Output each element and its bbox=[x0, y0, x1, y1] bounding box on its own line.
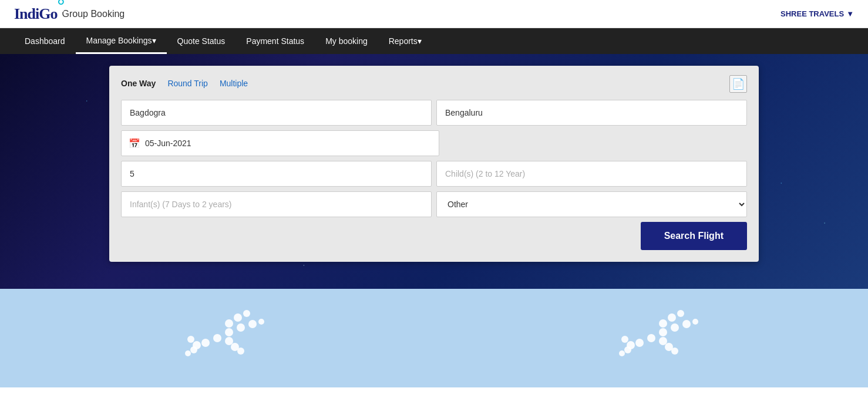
search-flight-button[interactable]: Search Flight bbox=[641, 222, 747, 250]
tab-round-trip[interactable]: Round Trip bbox=[167, 79, 207, 89]
bottom-card-left bbox=[0, 289, 434, 387]
svg-point-5 bbox=[225, 319, 233, 328]
nav-item-dashboard[interactable]: Dashboard bbox=[14, 28, 76, 54]
infants-grouptype-row: Other Corporate Leisure Pilgrimage bbox=[121, 191, 747, 217]
destination-input[interactable] bbox=[436, 100, 747, 126]
svg-point-24 bbox=[659, 337, 667, 345]
infants-input[interactable] bbox=[121, 191, 432, 217]
nav-bar: Dashboard Manage Bookings▾ Quote Status … bbox=[0, 28, 868, 54]
svg-point-4 bbox=[258, 319, 264, 325]
svg-point-23 bbox=[677, 310, 684, 317]
user-label: SHREE TRAVELS bbox=[780, 9, 844, 18]
pdf-download-button[interactable]: 📄 bbox=[729, 75, 747, 93]
user-menu[interactable]: SHREE TRAVELS ▼ bbox=[780, 9, 854, 18]
hero-background: One Way Round Trip Multiple 📄 📅 bbox=[0, 54, 868, 289]
logo-group: Group Booking bbox=[62, 9, 125, 19]
origin-destination-row bbox=[121, 100, 747, 126]
svg-point-1 bbox=[225, 328, 233, 336]
trip-tabs: One Way Round Trip Multiple bbox=[121, 79, 248, 89]
top-bar: IndiGo° Group Booking SHREE TRAVELS ▼ bbox=[0, 0, 868, 28]
svg-point-16 bbox=[647, 334, 655, 342]
date-input[interactable] bbox=[145, 139, 432, 148]
tab-one-way[interactable]: One Way bbox=[121, 79, 156, 89]
date-row: 📅 bbox=[121, 130, 747, 156]
svg-point-15 bbox=[185, 350, 191, 356]
passengers-row bbox=[121, 161, 747, 187]
svg-point-8 bbox=[225, 337, 233, 345]
children-input[interactable] bbox=[436, 161, 747, 187]
bottom-section bbox=[0, 289, 868, 387]
logo-indigo: IndiGo° bbox=[14, 5, 58, 23]
svg-point-27 bbox=[635, 339, 644, 347]
svg-point-2 bbox=[237, 323, 245, 332]
group-type-select[interactable]: Other Corporate Leisure Pilgrimage bbox=[436, 191, 747, 217]
svg-point-0 bbox=[213, 334, 221, 342]
calendar-icon: 📅 bbox=[129, 138, 140, 149]
svg-point-31 bbox=[619, 350, 625, 356]
svg-point-7 bbox=[243, 310, 250, 317]
svg-point-21 bbox=[659, 319, 667, 328]
svg-point-6 bbox=[234, 313, 242, 322]
svg-point-18 bbox=[671, 323, 679, 332]
nav-item-my-booking[interactable]: My booking bbox=[315, 28, 378, 54]
svg-point-30 bbox=[624, 346, 631, 353]
plane-art-right bbox=[598, 303, 704, 373]
svg-point-26 bbox=[671, 348, 678, 355]
user-dropdown-arrow: ▼ bbox=[846, 9, 854, 18]
svg-point-3 bbox=[248, 320, 257, 328]
logo-dot: ° bbox=[58, 5, 65, 12]
origin-input[interactable] bbox=[121, 100, 432, 126]
svg-point-22 bbox=[668, 313, 676, 322]
tab-multiple[interactable]: Multiple bbox=[220, 79, 248, 89]
svg-point-17 bbox=[659, 328, 667, 336]
svg-point-11 bbox=[201, 339, 210, 347]
date-wrapper[interactable]: 📅 bbox=[121, 130, 439, 156]
action-row: Search Flight bbox=[121, 222, 747, 250]
svg-point-20 bbox=[692, 319, 698, 325]
svg-point-13 bbox=[187, 336, 194, 343]
bottom-card-right bbox=[434, 289, 868, 387]
adults-input[interactable] bbox=[121, 161, 432, 187]
nav-item-quote-status[interactable]: Quote Status bbox=[167, 28, 236, 54]
panel-header: One Way Round Trip Multiple 📄 bbox=[121, 75, 747, 93]
svg-point-14 bbox=[190, 346, 197, 353]
nav-item-manage-bookings[interactable]: Manage Bookings▾ bbox=[76, 28, 167, 54]
nav-item-payment-status[interactable]: Payment Status bbox=[235, 28, 315, 54]
plane-art-left bbox=[164, 303, 270, 373]
nav-item-reports[interactable]: Reports▾ bbox=[378, 28, 432, 54]
svg-point-19 bbox=[682, 320, 691, 328]
svg-point-29 bbox=[621, 336, 628, 343]
svg-point-10 bbox=[237, 348, 244, 355]
logo-area: IndiGo° Group Booking bbox=[14, 5, 125, 23]
search-panel: One Way Round Trip Multiple 📄 📅 bbox=[109, 66, 759, 262]
